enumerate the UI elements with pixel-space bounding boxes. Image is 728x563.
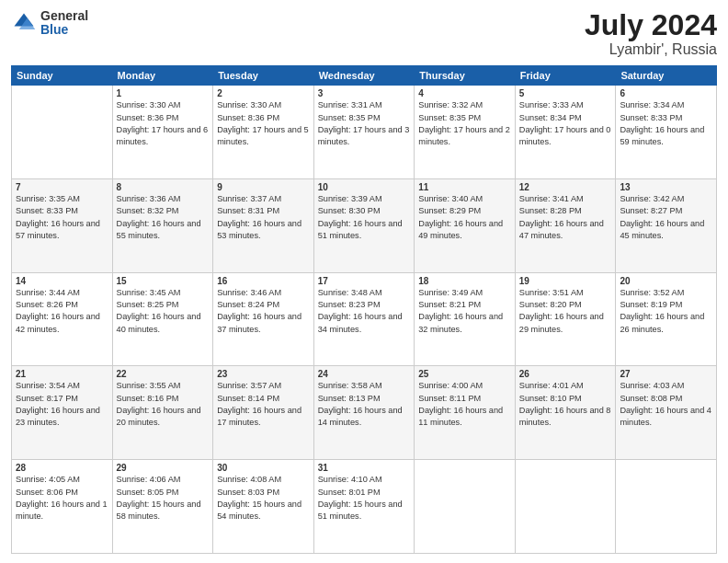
- sunrise-text: Sunrise: 3:49 AM: [418, 288, 483, 297]
- sunset-text: Sunset: 8:21 PM: [418, 300, 481, 309]
- day-number: 5: [519, 88, 612, 98]
- col-sunday: Sunday: [12, 66, 113, 86]
- daylight-text: Daylight: 17 hours and 0 minutes.: [519, 125, 611, 146]
- day-info: Sunrise: 3:44 AMSunset: 8:26 PMDaylight:…: [16, 287, 108, 336]
- daylight-text: Daylight: 15 hours and 51 minutes.: [318, 500, 403, 521]
- daylight-text: Daylight: 16 hours and 45 minutes.: [620, 219, 704, 240]
- logo-text: General Blue: [40, 9, 88, 38]
- daylight-text: Daylight: 16 hours and 34 minutes.: [318, 312, 403, 333]
- day-number: 28: [16, 463, 108, 473]
- calendar-cell: 8Sunrise: 3:36 AMSunset: 8:32 PMDaylight…: [112, 178, 213, 272]
- daylight-text: Daylight: 16 hours and 14 minutes.: [318, 406, 403, 427]
- sunset-text: Sunset: 8:06 PM: [16, 488, 78, 497]
- sunrise-text: Sunrise: 3:51 AM: [519, 288, 584, 297]
- calendar-cell: 17Sunrise: 3:48 AMSunset: 8:23 PMDayligh…: [313, 272, 415, 366]
- calendar-cell: 14Sunrise: 3:44 AMSunset: 8:26 PMDayligh…: [12, 272, 113, 366]
- sunrise-text: Sunrise: 3:40 AM: [418, 194, 483, 203]
- calendar-cell: 7Sunrise: 3:35 AMSunset: 8:33 PMDaylight…: [12, 178, 113, 272]
- sunset-text: Sunset: 8:19 PM: [620, 300, 682, 309]
- daylight-text: Daylight: 15 hours and 54 minutes.: [217, 500, 301, 521]
- sunrise-text: Sunrise: 3:30 AM: [217, 100, 281, 109]
- daylight-text: Daylight: 16 hours and 57 minutes.: [16, 219, 100, 240]
- calendar-cell: 26Sunrise: 4:01 AMSunset: 8:10 PMDayligh…: [515, 366, 616, 460]
- sunset-text: Sunset: 8:13 PM: [318, 394, 381, 403]
- calendar-week-4: 21Sunrise: 3:54 AMSunset: 8:17 PMDayligh…: [12, 366, 717, 460]
- calendar-cell: 12Sunrise: 3:41 AMSunset: 8:28 PMDayligh…: [515, 178, 616, 272]
- sunset-text: Sunset: 8:31 PM: [217, 206, 279, 215]
- calendar-cell: 2Sunrise: 3:30 AMSunset: 8:36 PMDaylight…: [213, 86, 314, 179]
- day-info: Sunrise: 3:45 AMSunset: 8:25 PMDaylight:…: [117, 287, 210, 336]
- day-info: Sunrise: 3:33 AMSunset: 8:34 PMDaylight:…: [519, 99, 612, 148]
- day-number: 15: [117, 276, 210, 286]
- daylight-text: Daylight: 16 hours and 26 minutes.: [620, 312, 704, 333]
- day-number: 9: [217, 182, 310, 192]
- calendar-cell: 6Sunrise: 3:34 AMSunset: 8:33 PMDaylight…: [616, 86, 717, 179]
- calendar-location: Lyambir', Russia: [585, 41, 717, 58]
- sunset-text: Sunset: 8:32 PM: [117, 206, 179, 215]
- logo-icon: [11, 10, 37, 36]
- day-info: Sunrise: 3:41 AMSunset: 8:28 PMDaylight:…: [519, 193, 612, 242]
- day-number: 27: [620, 369, 712, 379]
- day-info: Sunrise: 3:57 AMSunset: 8:14 PMDaylight:…: [217, 380, 310, 429]
- logo: General Blue: [11, 9, 88, 38]
- day-number: 26: [519, 369, 612, 379]
- calendar-cell: 16Sunrise: 3:46 AMSunset: 8:24 PMDayligh…: [213, 272, 314, 366]
- sunset-text: Sunset: 8:36 PM: [217, 113, 279, 122]
- sunset-text: Sunset: 8:36 PM: [117, 113, 179, 122]
- page: General Blue July 2024 Lyambir', Russia …: [0, 0, 728, 563]
- day-number: 4: [418, 88, 511, 98]
- calendar-cell: 27Sunrise: 4:03 AMSunset: 8:08 PMDayligh…: [616, 366, 717, 460]
- calendar-cell: 21Sunrise: 3:54 AMSunset: 8:17 PMDayligh…: [12, 366, 113, 460]
- calendar-cell: [415, 460, 516, 554]
- day-number: 31: [318, 463, 411, 473]
- calendar-cell: 23Sunrise: 3:57 AMSunset: 8:14 PMDayligh…: [213, 366, 314, 460]
- calendar-week-1: 1Sunrise: 3:30 AMSunset: 8:36 PMDaylight…: [12, 86, 717, 179]
- sunset-text: Sunset: 8:03 PM: [217, 488, 279, 497]
- day-info: Sunrise: 3:42 AMSunset: 8:27 PMDaylight:…: [620, 193, 712, 242]
- sunrise-text: Sunrise: 3:33 AM: [519, 100, 584, 109]
- day-number: 19: [519, 276, 612, 286]
- sunrise-text: Sunrise: 4:01 AM: [519, 381, 584, 390]
- daylight-text: Daylight: 16 hours and 4 minutes.: [620, 406, 711, 427]
- calendar-week-2: 7Sunrise: 3:35 AMSunset: 8:33 PMDaylight…: [12, 178, 717, 272]
- day-number: 16: [217, 276, 310, 286]
- sunset-text: Sunset: 8:01 PM: [318, 488, 381, 497]
- calendar-cell: 13Sunrise: 3:42 AMSunset: 8:27 PMDayligh…: [616, 178, 717, 272]
- day-info: Sunrise: 3:36 AMSunset: 8:32 PMDaylight:…: [117, 193, 210, 242]
- day-number: 6: [620, 88, 712, 98]
- day-number: 11: [418, 182, 511, 192]
- col-monday: Monday: [112, 66, 213, 86]
- day-info: Sunrise: 4:01 AMSunset: 8:10 PMDaylight:…: [519, 380, 612, 429]
- day-number: 10: [318, 182, 411, 192]
- logo-blue-text: Blue: [40, 23, 88, 37]
- calendar-week-3: 14Sunrise: 3:44 AMSunset: 8:26 PMDayligh…: [12, 272, 717, 366]
- calendar-cell: 3Sunrise: 3:31 AMSunset: 8:35 PMDaylight…: [313, 86, 415, 179]
- day-info: Sunrise: 4:00 AMSunset: 8:11 PMDaylight:…: [418, 380, 511, 429]
- day-number: 12: [519, 182, 612, 192]
- daylight-text: Daylight: 16 hours and 53 minutes.: [217, 219, 301, 240]
- calendar-header-row: Sunday Monday Tuesday Wednesday Thursday…: [12, 66, 717, 86]
- day-number: 21: [16, 369, 108, 379]
- calendar-cell: 31Sunrise: 4:10 AMSunset: 8:01 PMDayligh…: [313, 460, 415, 554]
- daylight-text: Daylight: 16 hours and 47 minutes.: [519, 219, 604, 240]
- sunrise-text: Sunrise: 3:44 AM: [16, 288, 80, 297]
- calendar-cell: 24Sunrise: 3:58 AMSunset: 8:13 PMDayligh…: [313, 366, 415, 460]
- daylight-text: Daylight: 17 hours and 3 minutes.: [318, 125, 410, 146]
- daylight-text: Daylight: 17 hours and 5 minutes.: [217, 125, 309, 146]
- daylight-text: Daylight: 17 hours and 2 minutes.: [418, 125, 510, 146]
- sunset-text: Sunset: 8:27 PM: [620, 206, 682, 215]
- col-wednesday: Wednesday: [313, 66, 415, 86]
- sunset-text: Sunset: 8:08 PM: [620, 394, 682, 403]
- col-friday: Friday: [515, 66, 616, 86]
- sunrise-text: Sunrise: 3:42 AM: [620, 194, 684, 203]
- day-info: Sunrise: 3:40 AMSunset: 8:29 PMDaylight:…: [418, 193, 511, 242]
- sunset-text: Sunset: 8:10 PM: [519, 394, 582, 403]
- day-info: Sunrise: 3:58 AMSunset: 8:13 PMDaylight:…: [318, 380, 411, 429]
- daylight-text: Daylight: 16 hours and 55 minutes.: [117, 219, 201, 240]
- sunrise-text: Sunrise: 4:10 AM: [318, 475, 382, 484]
- day-number: 23: [217, 369, 310, 379]
- calendar-cell: 20Sunrise: 3:52 AMSunset: 8:19 PMDayligh…: [616, 272, 717, 366]
- day-info: Sunrise: 4:05 AMSunset: 8:06 PMDaylight:…: [16, 474, 108, 523]
- sunset-text: Sunset: 8:35 PM: [418, 113, 481, 122]
- day-number: 30: [217, 463, 310, 473]
